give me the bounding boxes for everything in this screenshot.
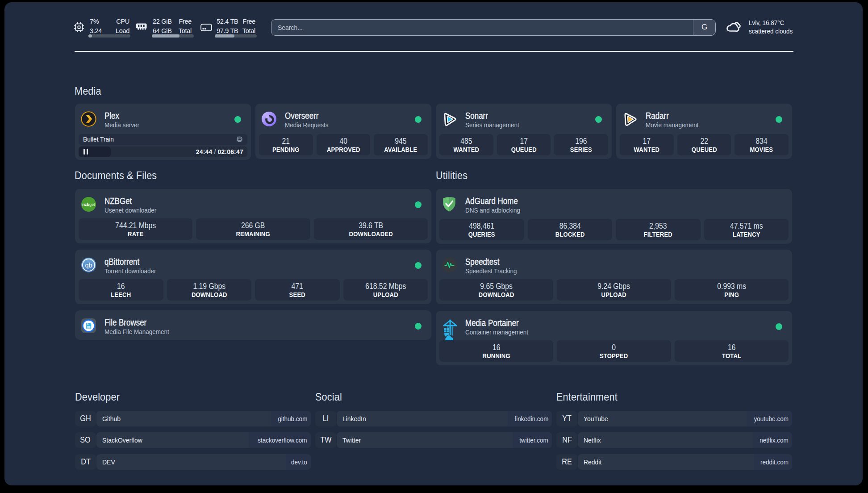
svg-text:nzbget: nzbget	[82, 202, 95, 207]
svg-text:qb: qb	[85, 262, 92, 269]
